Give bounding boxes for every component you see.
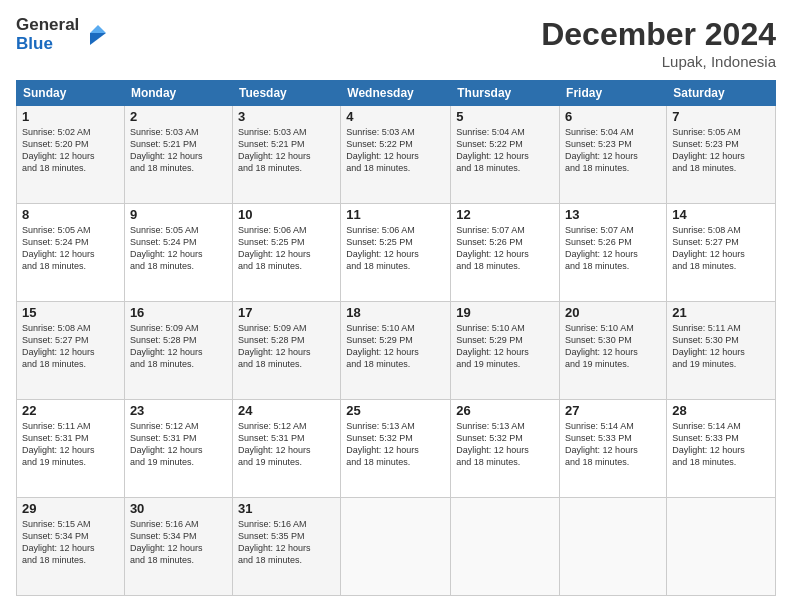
calendar-cell: 2Sunrise: 5:03 AM Sunset: 5:21 PM Daylig… — [124, 106, 232, 204]
calendar-week-row: 8Sunrise: 5:05 AM Sunset: 5:24 PM Daylig… — [17, 204, 776, 302]
day-number: 6 — [565, 109, 661, 124]
day-number: 4 — [346, 109, 445, 124]
day-info: Sunrise: 5:12 AM Sunset: 5:31 PM Dayligh… — [130, 420, 227, 469]
day-number: 19 — [456, 305, 554, 320]
day-number: 25 — [346, 403, 445, 418]
calendar-cell: 19Sunrise: 5:10 AM Sunset: 5:29 PM Dayli… — [451, 302, 560, 400]
day-info: Sunrise: 5:05 AM Sunset: 5:24 PM Dayligh… — [22, 224, 119, 273]
day-number: 2 — [130, 109, 227, 124]
day-info: Sunrise: 5:03 AM Sunset: 5:21 PM Dayligh… — [130, 126, 227, 175]
day-number: 26 — [456, 403, 554, 418]
day-number: 31 — [238, 501, 335, 516]
weekday-header-tuesday: Tuesday — [232, 81, 340, 106]
calendar-cell: 5Sunrise: 5:04 AM Sunset: 5:22 PM Daylig… — [451, 106, 560, 204]
calendar-cell: 15Sunrise: 5:08 AM Sunset: 5:27 PM Dayli… — [17, 302, 125, 400]
day-number: 3 — [238, 109, 335, 124]
day-info: Sunrise: 5:06 AM Sunset: 5:25 PM Dayligh… — [346, 224, 445, 273]
day-info: Sunrise: 5:08 AM Sunset: 5:27 PM Dayligh… — [22, 322, 119, 371]
calendar-cell: 17Sunrise: 5:09 AM Sunset: 5:28 PM Dayli… — [232, 302, 340, 400]
calendar-cell: 21Sunrise: 5:11 AM Sunset: 5:30 PM Dayli… — [667, 302, 776, 400]
day-info: Sunrise: 5:13 AM Sunset: 5:32 PM Dayligh… — [346, 420, 445, 469]
weekday-header-thursday: Thursday — [451, 81, 560, 106]
calendar-week-row: 15Sunrise: 5:08 AM Sunset: 5:27 PM Dayli… — [17, 302, 776, 400]
calendar-cell: 10Sunrise: 5:06 AM Sunset: 5:25 PM Dayli… — [232, 204, 340, 302]
day-number: 5 — [456, 109, 554, 124]
calendar-cell: 6Sunrise: 5:04 AM Sunset: 5:23 PM Daylig… — [560, 106, 667, 204]
day-number: 27 — [565, 403, 661, 418]
calendar-cell: 11Sunrise: 5:06 AM Sunset: 5:25 PM Dayli… — [341, 204, 451, 302]
calendar-cell: 18Sunrise: 5:10 AM Sunset: 5:29 PM Dayli… — [341, 302, 451, 400]
day-info: Sunrise: 5:07 AM Sunset: 5:26 PM Dayligh… — [565, 224, 661, 273]
calendar-cell: 27Sunrise: 5:14 AM Sunset: 5:33 PM Dayli… — [560, 400, 667, 498]
day-number: 16 — [130, 305, 227, 320]
calendar-cell: 16Sunrise: 5:09 AM Sunset: 5:28 PM Dayli… — [124, 302, 232, 400]
day-number: 29 — [22, 501, 119, 516]
day-info: Sunrise: 5:14 AM Sunset: 5:33 PM Dayligh… — [565, 420, 661, 469]
day-info: Sunrise: 5:11 AM Sunset: 5:31 PM Dayligh… — [22, 420, 119, 469]
svg-marker-1 — [90, 25, 106, 33]
calendar-cell: 13Sunrise: 5:07 AM Sunset: 5:26 PM Dayli… — [560, 204, 667, 302]
day-number: 8 — [22, 207, 119, 222]
calendar-cell: 4Sunrise: 5:03 AM Sunset: 5:22 PM Daylig… — [341, 106, 451, 204]
svg-marker-0 — [90, 33, 106, 45]
location-title: Lupak, Indonesia — [541, 53, 776, 70]
calendar-cell — [451, 498, 560, 596]
day-info: Sunrise: 5:05 AM Sunset: 5:23 PM Dayligh… — [672, 126, 770, 175]
day-number: 24 — [238, 403, 335, 418]
day-number: 10 — [238, 207, 335, 222]
weekday-header-saturday: Saturday — [667, 81, 776, 106]
day-number: 23 — [130, 403, 227, 418]
day-number: 28 — [672, 403, 770, 418]
logo-icon — [82, 17, 114, 49]
page: General Blue December 2024 Lupak, Indone… — [0, 0, 792, 612]
day-info: Sunrise: 5:12 AM Sunset: 5:31 PM Dayligh… — [238, 420, 335, 469]
day-info: Sunrise: 5:04 AM Sunset: 5:23 PM Dayligh… — [565, 126, 661, 175]
calendar-cell — [560, 498, 667, 596]
day-info: Sunrise: 5:07 AM Sunset: 5:26 PM Dayligh… — [456, 224, 554, 273]
calendar-cell: 29Sunrise: 5:15 AM Sunset: 5:34 PM Dayli… — [17, 498, 125, 596]
weekday-header-wednesday: Wednesday — [341, 81, 451, 106]
calendar-table: SundayMondayTuesdayWednesdayThursdayFrid… — [16, 80, 776, 596]
day-number: 20 — [565, 305, 661, 320]
day-number: 12 — [456, 207, 554, 222]
calendar-week-row: 1Sunrise: 5:02 AM Sunset: 5:20 PM Daylig… — [17, 106, 776, 204]
day-info: Sunrise: 5:15 AM Sunset: 5:34 PM Dayligh… — [22, 518, 119, 567]
day-info: Sunrise: 5:13 AM Sunset: 5:32 PM Dayligh… — [456, 420, 554, 469]
day-number: 14 — [672, 207, 770, 222]
day-number: 21 — [672, 305, 770, 320]
calendar-cell: 20Sunrise: 5:10 AM Sunset: 5:30 PM Dayli… — [560, 302, 667, 400]
day-info: Sunrise: 5:08 AM Sunset: 5:27 PM Dayligh… — [672, 224, 770, 273]
day-info: Sunrise: 5:10 AM Sunset: 5:30 PM Dayligh… — [565, 322, 661, 371]
calendar-cell: 7Sunrise: 5:05 AM Sunset: 5:23 PM Daylig… — [667, 106, 776, 204]
calendar-week-row: 22Sunrise: 5:11 AM Sunset: 5:31 PM Dayli… — [17, 400, 776, 498]
logo-blue: Blue — [16, 35, 79, 54]
day-info: Sunrise: 5:10 AM Sunset: 5:29 PM Dayligh… — [456, 322, 554, 371]
day-number: 9 — [130, 207, 227, 222]
day-info: Sunrise: 5:16 AM Sunset: 5:35 PM Dayligh… — [238, 518, 335, 567]
day-info: Sunrise: 5:16 AM Sunset: 5:34 PM Dayligh… — [130, 518, 227, 567]
calendar-cell: 23Sunrise: 5:12 AM Sunset: 5:31 PM Dayli… — [124, 400, 232, 498]
day-info: Sunrise: 5:04 AM Sunset: 5:22 PM Dayligh… — [456, 126, 554, 175]
calendar-cell: 24Sunrise: 5:12 AM Sunset: 5:31 PM Dayli… — [232, 400, 340, 498]
calendar-cell: 9Sunrise: 5:05 AM Sunset: 5:24 PM Daylig… — [124, 204, 232, 302]
calendar-cell: 22Sunrise: 5:11 AM Sunset: 5:31 PM Dayli… — [17, 400, 125, 498]
weekday-header-monday: Monday — [124, 81, 232, 106]
title-block: December 2024 Lupak, Indonesia — [541, 16, 776, 70]
weekday-header-sunday: Sunday — [17, 81, 125, 106]
day-number: 18 — [346, 305, 445, 320]
calendar-cell: 8Sunrise: 5:05 AM Sunset: 5:24 PM Daylig… — [17, 204, 125, 302]
month-title: December 2024 — [541, 16, 776, 53]
day-info: Sunrise: 5:06 AM Sunset: 5:25 PM Dayligh… — [238, 224, 335, 273]
day-info: Sunrise: 5:02 AM Sunset: 5:20 PM Dayligh… — [22, 126, 119, 175]
weekday-header-row: SundayMondayTuesdayWednesdayThursdayFrid… — [17, 81, 776, 106]
day-info: Sunrise: 5:10 AM Sunset: 5:29 PM Dayligh… — [346, 322, 445, 371]
calendar-week-row: 29Sunrise: 5:15 AM Sunset: 5:34 PM Dayli… — [17, 498, 776, 596]
header: General Blue December 2024 Lupak, Indone… — [16, 16, 776, 70]
day-info: Sunrise: 5:05 AM Sunset: 5:24 PM Dayligh… — [130, 224, 227, 273]
day-info: Sunrise: 5:09 AM Sunset: 5:28 PM Dayligh… — [130, 322, 227, 371]
logo-general: General — [16, 16, 79, 35]
logo: General Blue — [16, 16, 114, 53]
calendar-cell: 25Sunrise: 5:13 AM Sunset: 5:32 PM Dayli… — [341, 400, 451, 498]
day-number: 15 — [22, 305, 119, 320]
calendar-cell: 31Sunrise: 5:16 AM Sunset: 5:35 PM Dayli… — [232, 498, 340, 596]
